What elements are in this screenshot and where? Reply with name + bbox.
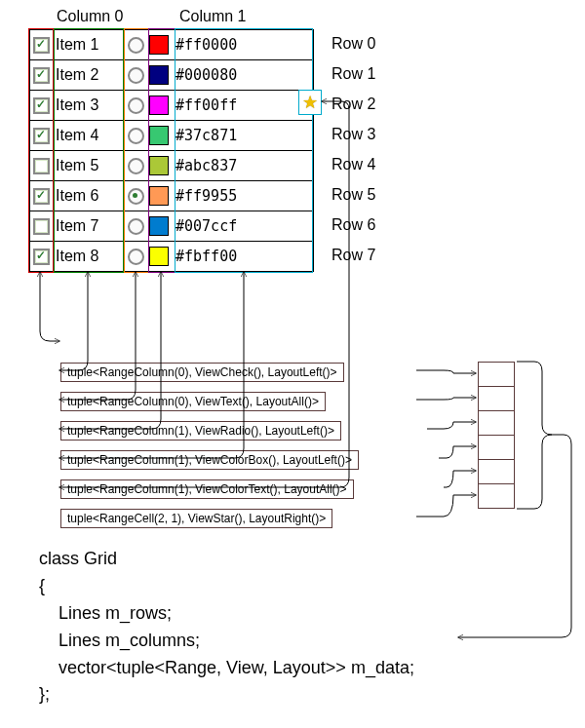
color-hex: #ff0000 xyxy=(172,30,313,59)
class-code: class Grid { Lines m_rows; Lines m_colum… xyxy=(39,546,414,709)
color-swatch xyxy=(149,247,169,266)
checkbox[interactable] xyxy=(33,188,50,205)
item-label: Item 1 xyxy=(52,30,124,59)
vec-slot xyxy=(479,387,514,411)
row-label: Row 1 xyxy=(332,65,375,83)
table-row: Item 1#ff0000 xyxy=(30,30,313,60)
color-swatch xyxy=(149,156,169,175)
vec-slot xyxy=(479,363,514,387)
tuple-label: tuple<RangeColumn(1), ViewColorBox(), La… xyxy=(60,450,359,470)
radio[interactable] xyxy=(128,188,144,205)
row-label: Row 4 xyxy=(332,156,375,173)
tuple-label: tuple<RangeCell(2, 1), ViewStar(), Layou… xyxy=(60,509,332,528)
tuple-label: tuple<RangeColumn(1), ViewRadio(), Layou… xyxy=(60,421,341,441)
table-row: Item 6#ff9955 xyxy=(30,181,313,211)
checkbox[interactable] xyxy=(33,218,50,235)
color-hex: #ff00ff xyxy=(172,91,313,120)
radio[interactable] xyxy=(128,218,144,235)
color-hex: #37c871 xyxy=(172,121,313,150)
color-hex: #007ccf xyxy=(172,211,313,241)
vec-slot xyxy=(479,436,514,460)
row-label: Row 6 xyxy=(332,216,375,234)
color-hex: #abc837 xyxy=(172,151,313,180)
color-swatch xyxy=(149,186,169,206)
vector-stack xyxy=(478,362,515,509)
row-label: Row 3 xyxy=(332,126,375,143)
checkbox[interactable] xyxy=(33,97,50,114)
radio[interactable] xyxy=(128,158,144,174)
color-hex: #000080 xyxy=(172,60,313,90)
color-swatch xyxy=(149,65,169,85)
diagram-canvas: Column 0 Column 1 Item 1#ff0000Item 2#00… xyxy=(0,0,585,728)
radio[interactable] xyxy=(128,97,144,114)
item-label: Item 6 xyxy=(52,181,124,211)
checkbox[interactable] xyxy=(33,37,50,54)
radio[interactable] xyxy=(128,128,144,144)
tuple-label: tuple<RangeColumn(0), ViewText(), Layout… xyxy=(60,392,326,411)
vec-slot xyxy=(479,460,514,484)
data-grid: Item 1#ff0000Item 2#000080Item 3#ff00ffI… xyxy=(29,29,314,272)
color-swatch xyxy=(149,35,169,55)
table-row: Item 4#37c871 xyxy=(30,121,313,151)
column-header-0: Column 0 xyxy=(57,8,123,25)
color-swatch xyxy=(149,126,169,145)
row-label: Row 7 xyxy=(332,247,375,264)
row-label: Row 0 xyxy=(332,35,375,53)
table-row: Item 7#007ccf xyxy=(30,211,313,242)
color-swatch xyxy=(149,216,169,236)
checkbox[interactable] xyxy=(33,128,50,144)
item-label: Item 3 xyxy=(52,91,124,120)
radio[interactable] xyxy=(128,67,144,84)
color-hex: #ff9955 xyxy=(172,181,313,211)
table-row: Item 3#ff00ff xyxy=(30,91,313,121)
item-label: Item 8 xyxy=(52,242,124,271)
item-label: Item 5 xyxy=(52,151,124,180)
radio[interactable] xyxy=(128,249,144,265)
table-row: Item 2#000080 xyxy=(30,60,313,91)
row-label: Row 5 xyxy=(332,186,375,204)
table-row: Item 5#abc837 xyxy=(30,151,313,181)
color-swatch xyxy=(149,96,169,115)
row-label: Row 2 xyxy=(332,96,375,113)
table-row: Item 8#fbff00 xyxy=(30,242,313,271)
item-label: Item 7 xyxy=(52,211,124,241)
item-label: Item 2 xyxy=(52,60,124,90)
star-cell: ★ xyxy=(298,90,322,115)
radio[interactable] xyxy=(128,37,144,54)
checkbox[interactable] xyxy=(33,67,50,84)
tuple-label: tuple<RangeColumn(0), ViewCheck(), Layou… xyxy=(60,363,344,382)
vec-slot xyxy=(479,411,514,436)
item-label: Item 4 xyxy=(52,121,124,150)
color-hex: #fbff00 xyxy=(172,242,313,271)
vec-slot xyxy=(479,484,514,508)
star-icon: ★ xyxy=(302,92,318,113)
checkbox[interactable] xyxy=(33,249,50,265)
tuple-label: tuple<RangeColumn(1), ViewColorText(), L… xyxy=(60,479,354,499)
checkbox[interactable] xyxy=(33,158,50,174)
column-header-1: Column 1 xyxy=(179,8,246,25)
